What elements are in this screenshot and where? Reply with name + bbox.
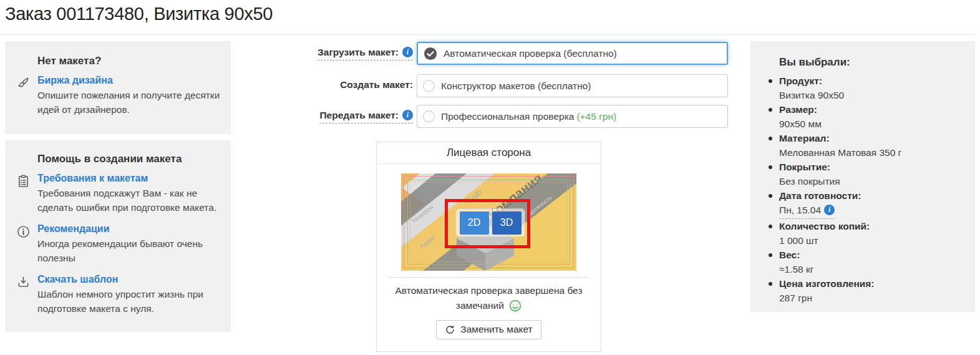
design-exchange-link[interactable]: Биржа дизайна: [37, 75, 113, 86]
option-constructor[interactable]: Конструктор макетов (бесплатно): [417, 74, 728, 97]
summary-item-ready-date: Дата готовности: Пн, 15.04 i: [763, 188, 963, 219]
summary-heading: Вы выбрали:: [779, 56, 963, 69]
no-layout-heading: Нет макета?: [37, 55, 221, 67]
summary-item-weight: Вес: ≈1.58 кг: [763, 248, 963, 276]
professional-check-price: (+45 грн): [576, 111, 616, 122]
upload-layout-label-text: Загрузить макет:: [318, 47, 399, 58]
transfer-layout-info-icon[interactable]: i: [402, 110, 413, 120]
requirements-item: Требования к макетам Требования подскажу…: [16, 173, 221, 215]
recommendations-description: Иногда рекомендации бывают очень полезны: [37, 236, 221, 265]
smiley-icon: [509, 299, 522, 312]
requirements-link[interactable]: Требования к макетам: [37, 173, 148, 184]
summary-panel: Вы выбрали: Продукт: Визитка 90x50 Разме…: [750, 41, 975, 312]
summary-item-material: Материал: Мелованная Матовая 350 г: [763, 131, 963, 160]
summary-item-size: Размер: 90x50 мм: [763, 102, 963, 131]
create-layout-label-text: Создать макет:: [340, 79, 413, 90]
radio-icon: [423, 110, 435, 122]
design-exchange-item: Биржа дизайна Опишите пожелания и получи…: [16, 75, 221, 117]
create-layout-label-row: Создать макет:: [288, 74, 413, 97]
requirements-description: Требования подскажут Вам - как не сделат…: [37, 186, 221, 215]
front-side-card: Лицевая сторона Сайт Телефон Адрес Компа: [376, 142, 601, 352]
front-side-title: Лицевая сторона: [377, 142, 601, 164]
option-automatic-check[interactable]: Автоматическая проверка (бесплатно): [417, 42, 728, 65]
header-divider: [0, 34, 975, 35]
radio-icon: [423, 80, 435, 92]
download-template-link[interactable]: Скачать шаблон: [37, 274, 118, 285]
summary-item-coating: Покрытие: Без покрытия: [763, 160, 963, 188]
replace-layout-button[interactable]: Заменить макет: [436, 320, 541, 339]
check-status-text: Автоматическая проверка завершена без за…: [395, 285, 582, 311]
upload-layout-label: Загрузить макет: i: [318, 47, 413, 61]
option-professional-check[interactable]: Профессиональная проверка(+45 грн): [417, 105, 728, 128]
summary-item-price: Цена изготовления: 287 грн: [763, 276, 963, 305]
refresh-icon: [445, 324, 455, 335]
info-circle-icon: [16, 223, 37, 265]
create-layout-label: Создать макет:: [340, 79, 413, 93]
option-automatic-check-label: Автоматическая проверка (бесплатно): [444, 48, 617, 59]
download-icon: [16, 274, 37, 316]
layout-preview-image: Сайт Телефон Адрес Компания Должность 2D…: [401, 173, 576, 271]
ready-date-info-icon[interactable]: i: [824, 205, 835, 215]
summary-item-copies: Количество копий: 1 000 шт: [763, 219, 963, 248]
clipboard-icon: [16, 173, 37, 215]
help-heading: Помощь в создании макета: [37, 153, 221, 165]
recommendations-item: Рекомендации Иногда рекомендации бывают …: [16, 223, 221, 265]
upload-layout-info-icon[interactable]: i: [402, 47, 413, 57]
option-constructor-label: Конструктор макетов (бесплатно): [441, 80, 591, 92]
option-professional-check-label: Профессиональная проверка(+45 грн): [441, 111, 616, 122]
download-template-description: Шаблон немного упростит жизнь при подгот…: [37, 287, 221, 316]
help-panel: Помощь в создании макета Требования к ма…: [5, 140, 231, 332]
download-template-item: Скачать шаблон Шаблон немного упростит ж…: [16, 274, 221, 316]
ready-date-value: Пн, 15.04 i: [779, 203, 835, 219]
upload-layout-label-row: Загрузить макет: i: [288, 42, 413, 65]
check-status: Автоматическая проверка завершена без за…: [392, 283, 586, 313]
summary-item-product: Продукт: Визитка 90x50: [763, 74, 963, 102]
page-title: Заказ 001173480, Визитка 90x50: [5, 4, 273, 24]
transfer-layout-label-text: Передать макет:: [319, 110, 399, 121]
no-layout-panel: Нет макета? Биржа дизайна Опишите пожела…: [5, 41, 231, 134]
card-divider: [388, 277, 589, 278]
selected-check-icon: [424, 47, 437, 61]
transfer-layout-label: Передать макет: i: [319, 110, 413, 124]
brush-icon: [16, 75, 37, 117]
recommendations-link[interactable]: Рекомендации: [37, 223, 110, 235]
transfer-layout-label-row: Передать макет: i: [288, 105, 413, 128]
design-exchange-description: Опишите пожелания и получите десятки иде…: [37, 88, 221, 117]
highlight-rectangle: [445, 199, 530, 248]
replace-layout-button-label: Заменить макет: [460, 324, 532, 335]
